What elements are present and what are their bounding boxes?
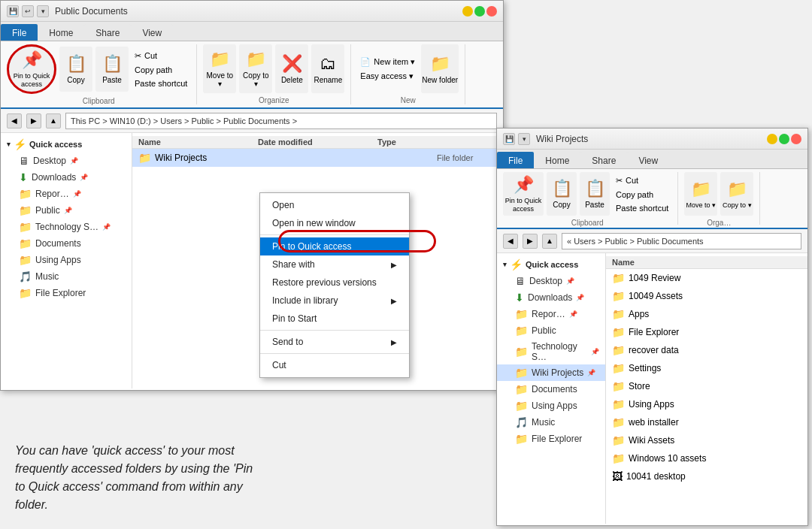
context-include-library[interactable]: Include in library ▶ bbox=[260, 292, 409, 310]
file-item-wiki-projects[interactable]: 📁 Wiki Projects File folder bbox=[132, 149, 503, 167]
sw-item-recover-data[interactable]: 📁 recover data bbox=[606, 341, 807, 359]
sw-item-10041-desktop[interactable]: 🖼 10041 desktop bbox=[606, 467, 807, 485]
back-button[interactable]: ◀ bbox=[7, 113, 22, 128]
sw-item-windows-10-assets[interactable]: 📁 Windows 10 assets bbox=[606, 449, 807, 467]
sidebar-item-music[interactable]: 🎵 Music bbox=[1, 268, 132, 285]
sw-item-wiki-assets[interactable]: 📁 Wiki Assets bbox=[606, 431, 807, 449]
second-tab-view[interactable]: View bbox=[627, 152, 669, 168]
quick-access-header[interactable]: ▾ ⚡ Quick access bbox=[1, 136, 132, 153]
up-button[interactable]: ▲ bbox=[46, 113, 61, 128]
context-cut[interactable]: Cut bbox=[260, 356, 409, 374]
second-quick-access-header[interactable]: ▾ ⚡ Quick access bbox=[497, 256, 605, 273]
minimize-button[interactable] bbox=[462, 6, 473, 17]
second-cut-button[interactable]: ✂ Cut bbox=[613, 174, 671, 187]
second-sidebar-downloads[interactable]: ⬇ Downloads 📌 bbox=[497, 289, 605, 306]
rename-icon: 🗂 bbox=[320, 54, 336, 74]
rename-button[interactable]: 🗂 Rename bbox=[311, 44, 344, 93]
second-sidebar-reports[interactable]: 📁 Repor… 📌 bbox=[497, 306, 605, 322]
sidebar-item-file-explorer[interactable]: 📁 File Explorer bbox=[1, 285, 132, 301]
second-copy-path-button[interactable]: Copy path bbox=[613, 189, 671, 201]
sidebar-item-using-apps[interactable]: 📁 Using Apps bbox=[1, 252, 132, 268]
sw-item-10049-assets[interactable]: 📁 10049 Assets bbox=[606, 287, 807, 305]
second-back[interactable]: ◀ bbox=[503, 234, 518, 249]
sidebar-technology-label: Technology S… bbox=[35, 222, 98, 232]
second-minimize[interactable] bbox=[767, 134, 777, 144]
context-pin-quick-access[interactable]: Pin to Quick access bbox=[260, 237, 409, 255]
arrow-icon: ▾ bbox=[7, 141, 11, 148]
sw-item-1049-review[interactable]: 📁 1049 Review bbox=[606, 269, 807, 287]
sw-item-apps[interactable]: 📁 Apps bbox=[606, 305, 807, 323]
forward-button[interactable]: ▶ bbox=[26, 113, 41, 128]
sw-icon-10: 📁 bbox=[612, 434, 625, 446]
copy-path-button[interactable]: Copy path bbox=[132, 64, 190, 76]
second-tab-share[interactable]: Share bbox=[580, 152, 627, 168]
context-pin-start[interactable]: Pin to Start bbox=[260, 310, 409, 328]
second-sidebar-music[interactable]: 🎵 Music bbox=[497, 414, 605, 431]
maximize-button[interactable] bbox=[474, 6, 485, 17]
context-open-new-window[interactable]: Open in new window bbox=[260, 214, 409, 232]
second-sidebar-file-explorer[interactable]: 📁 File Explorer bbox=[497, 431, 605, 447]
quick-access-toolbar-icon1[interactable]: 💾 bbox=[7, 5, 19, 17]
second-sidebar-documents[interactable]: 📁 Documents bbox=[497, 381, 605, 398]
move-to-label: Move to ▾ bbox=[204, 71, 235, 88]
context-send-to[interactable]: Send to ▶ bbox=[260, 333, 409, 351]
easy-access-button[interactable]: Easy access ▾ bbox=[357, 70, 418, 83]
new-folder-button[interactable]: 📁 New folder bbox=[421, 44, 459, 93]
quick-access-toolbar-icon3[interactable]: ▾ bbox=[37, 5, 49, 17]
sw-item-web-installer[interactable]: 📁 web installer bbox=[606, 413, 807, 431]
context-share-with[interactable]: Share with ▶ bbox=[260, 255, 409, 274]
context-restore-versions[interactable]: Restore previous versions bbox=[260, 274, 409, 292]
sw-item-store[interactable]: 📁 Store bbox=[606, 377, 807, 395]
second-copy-to-button[interactable]: 📁 Copy to ▾ bbox=[720, 172, 753, 216]
tab-share[interactable]: Share bbox=[84, 24, 131, 41]
second-sidebar-public[interactable]: 📁 Public bbox=[497, 322, 605, 339]
copy-button[interactable]: 📋 Copy bbox=[59, 47, 92, 92]
tab-view[interactable]: View bbox=[131, 24, 173, 41]
second-paste-button[interactable]: 📋 Paste bbox=[580, 172, 610, 216]
sw-item-file-explorer[interactable]: 📁 File Explorer bbox=[606, 323, 807, 341]
close-button[interactable] bbox=[486, 6, 497, 17]
sidebar-item-desktop[interactable]: 🖥 Desktop 📌 bbox=[1, 153, 132, 169]
context-open[interactable]: Open bbox=[260, 196, 409, 214]
second-up[interactable]: ▲ bbox=[542, 234, 557, 249]
cut-button[interactable]: ✂ Cut bbox=[132, 50, 190, 62]
second-sidebar-wiki-projects[interactable]: 📁 Wiki Projects 📌 bbox=[497, 364, 605, 381]
sidebar-item-technology[interactable]: 📁 Technology S… 📌 bbox=[1, 219, 132, 235]
sidebar-item-public[interactable]: 📁 Public 📌 bbox=[1, 202, 132, 219]
second-tab-home[interactable]: Home bbox=[534, 152, 580, 168]
sidebar-item-downloads[interactable]: ⬇ Downloads 📌 bbox=[1, 169, 132, 186]
second-address-path[interactable]: « Users > Public > Public Documents bbox=[562, 233, 801, 249]
sw-item-settings[interactable]: 📁 Settings bbox=[606, 359, 807, 377]
second-pin-button[interactable]: 📌 Pin to Quickaccess bbox=[503, 172, 544, 216]
second-quick-icon: ⚡ bbox=[510, 258, 523, 271]
tab-home[interactable]: Home bbox=[38, 24, 84, 41]
second-tab-file[interactable]: File bbox=[497, 152, 534, 168]
paste-shortcut-button[interactable]: Paste shortcut bbox=[132, 77, 190, 89]
second-clipboard-label: Clipboard bbox=[571, 216, 604, 227]
quick-access-toolbar-icon2[interactable]: ↩ bbox=[22, 5, 34, 17]
second-move-to-button[interactable]: 📁 Move to ▾ bbox=[684, 172, 717, 216]
second-tb-icon1[interactable]: 💾 bbox=[503, 133, 515, 145]
second-paste-shortcut-button[interactable]: Paste shortcut bbox=[613, 202, 671, 214]
second-organize-buttons: 📁 Move to ▾ 📁 Copy to ▾ bbox=[684, 172, 753, 216]
paste-button[interactable]: 📋 Paste bbox=[95, 47, 129, 92]
sidebar-item-documents[interactable]: 📁 Documents bbox=[1, 235, 132, 252]
pin-quick-access-button[interactable]: 📌 Pin to Quickaccess bbox=[7, 44, 56, 94]
new-item-button[interactable]: 📄 New item ▾ bbox=[357, 56, 418, 68]
second-tb-icon2[interactable]: ▾ bbox=[518, 133, 530, 145]
second-maximize[interactable] bbox=[779, 134, 789, 144]
copy-to-button[interactable]: 📁 Copy to ▾ bbox=[239, 44, 272, 93]
address-path[interactable]: This PC > WIN10 (D:) > Users > Public > … bbox=[65, 113, 497, 129]
second-sidebar-technology[interactable]: 📁 Technology S… 📌 bbox=[497, 339, 605, 364]
second-copy-button[interactable]: 📋 Copy bbox=[547, 172, 577, 216]
second-sidebar-desktop[interactable]: 🖥 Desktop 📌 bbox=[497, 273, 605, 289]
second-close[interactable] bbox=[791, 134, 801, 144]
tab-file[interactable]: File bbox=[1, 24, 38, 41]
sidebar-item-reports[interactable]: 📁 Repor… 📌 bbox=[1, 186, 132, 202]
file-list-header: Name Date modified Type bbox=[132, 136, 503, 149]
second-forward[interactable]: ▶ bbox=[523, 234, 538, 249]
sw-item-using-apps[interactable]: 📁 Using Apps bbox=[606, 395, 807, 413]
second-sidebar-using-apps[interactable]: 📁 Using Apps bbox=[497, 398, 605, 414]
delete-button[interactable]: ❌ Delete bbox=[275, 44, 308, 93]
move-to-button[interactable]: 📁 Move to ▾ bbox=[203, 44, 236, 93]
